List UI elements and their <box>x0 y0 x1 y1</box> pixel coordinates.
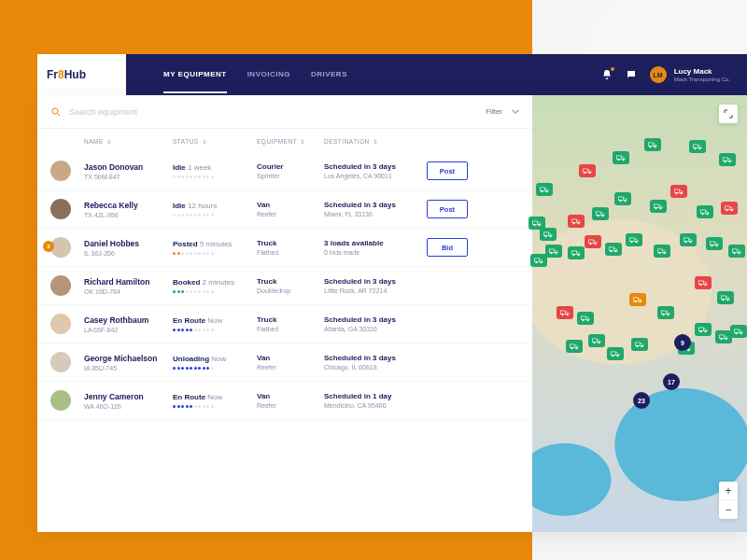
svg-point-0 <box>52 108 58 114</box>
map-pin[interactable] <box>613 151 629 164</box>
svg-point-12 <box>650 146 652 147</box>
map-pin[interactable] <box>585 235 601 248</box>
map-pin[interactable] <box>721 202 738 215</box>
zoom-out-button[interactable]: − <box>719 500 738 519</box>
driver-name: Jason Donovan <box>84 162 173 172</box>
map-pin[interactable] <box>689 140 706 153</box>
status-label: Idle 1 week <box>173 163 257 172</box>
svg-point-72 <box>712 245 713 246</box>
search-input[interactable] <box>69 107 486 117</box>
svg-point-39 <box>676 192 678 194</box>
map-pin[interactable] <box>568 215 585 228</box>
svg-point-90 <box>635 301 637 302</box>
user-menu[interactable]: LM Lucy Mack Mack Transporting Co. <box>650 66 730 83</box>
svg-point-75 <box>734 252 736 254</box>
map-pin[interactable] <box>697 205 713 218</box>
post-button[interactable]: Post <box>427 161 468 180</box>
map-pin[interactable] <box>728 245 745 258</box>
main-nav: MY EQUIPMENTINVOICINGDRIVERS <box>163 70 347 80</box>
map-pin[interactable] <box>568 246 585 259</box>
svg-point-115 <box>641 345 643 347</box>
svg-point-9 <box>618 159 620 161</box>
map-cluster[interactable]: 9 <box>674 334 691 351</box>
map-pin[interactable] <box>650 200 667 213</box>
equipment-sub: Sprinter <box>257 173 324 179</box>
map-pin[interactable] <box>670 185 687 198</box>
map-pin[interactable] <box>588 334 605 347</box>
map-pin[interactable] <box>680 233 697 246</box>
map-pin[interactable] <box>631 338 648 351</box>
destination-label: Mendicino, CA 95460 <box>324 402 427 409</box>
map-pin[interactable] <box>614 192 631 205</box>
svg-point-48 <box>536 261 538 263</box>
messages-icon[interactable] <box>626 69 637 80</box>
map-pin[interactable] <box>654 245 670 258</box>
driver-name: George Michaelson <box>84 354 173 363</box>
filter-dropdown[interactable]: Filter <box>486 107 519 116</box>
svg-point-6 <box>585 172 586 174</box>
map-pin[interactable] <box>644 138 661 151</box>
user-company: Mack Transporting Co. <box>674 77 730 82</box>
map-pin[interactable] <box>540 228 557 241</box>
map-pin[interactable] <box>579 164 596 177</box>
map-pin[interactable] <box>626 233 642 246</box>
col-name[interactable]: NAME <box>84 138 173 145</box>
map-pin[interactable] <box>557 306 573 319</box>
driver-avatar <box>50 237 71 258</box>
svg-point-45 <box>726 209 728 211</box>
logo: Fr8Hub <box>37 54 126 95</box>
map-pin[interactable] <box>577 312 594 325</box>
driver-name: Daniel Hobbes <box>84 239 173 248</box>
equipment-type: Van <box>257 392 324 400</box>
notifications-icon[interactable] <box>601 69 613 80</box>
svg-point-22 <box>539 224 541 226</box>
map-pin[interactable] <box>719 153 736 166</box>
svg-point-3 <box>542 190 543 192</box>
col-status[interactable]: STATUS <box>173 138 257 145</box>
table-row[interactable]: Rebecca KellyTX 42L-956Idle 12 hoursVanR… <box>37 190 532 229</box>
table-row[interactable]: Richard HamiltonOK 16D-784Booked 2 minut… <box>37 267 532 305</box>
map-cluster[interactable]: 23 <box>633 392 650 409</box>
map-pin[interactable] <box>566 340 583 353</box>
table-row[interactable]: Daniel HobbesIL 36J-206Posted 5 minutesT… <box>37 229 532 267</box>
nav-my-equipment[interactable]: MY EQUIPMENT <box>163 70 227 93</box>
map-cluster[interactable]: 17 <box>663 373 680 390</box>
col-destination[interactable]: DESTINATION <box>324 138 427 145</box>
progress-dots <box>173 329 257 331</box>
svg-point-76 <box>739 252 740 254</box>
map-pin[interactable] <box>536 183 553 196</box>
expand-map-button[interactable] <box>719 105 738 123</box>
map-pin[interactable] <box>545 245 562 258</box>
map-pin[interactable] <box>592 207 609 220</box>
map-pin[interactable] <box>607 347 624 360</box>
col-equipment[interactable]: EQUIPMENT <box>257 138 324 145</box>
nav-invoicing[interactable]: INVOICING <box>247 70 290 93</box>
map-pin[interactable] <box>706 237 723 250</box>
status-label: Idle 12 hours <box>173 202 257 210</box>
map-pin[interactable] <box>695 276 712 289</box>
map-panel[interactable]: 91723 + − <box>532 95 747 532</box>
table-row[interactable]: Jason DonovanTX 56M-847Idle 1 weekCourie… <box>37 152 532 190</box>
table-row[interactable]: George MichaelsonIA 85U-745Unloading Now… <box>37 343 532 382</box>
map-pin[interactable] <box>695 323 712 336</box>
table-row[interactable]: Jenny CameronWA 46O-126En Route NowVanRe… <box>37 382 532 420</box>
table-row[interactable]: Casey RothbaumLA 65F-842En Route NowTruc… <box>37 305 532 343</box>
map-pin[interactable] <box>629 293 646 306</box>
svg-line-1 <box>58 113 61 116</box>
svg-point-55 <box>578 254 580 256</box>
driver-name: Richard Hamilton <box>84 277 173 287</box>
bid-button[interactable]: Bid <box>427 238 468 257</box>
zoom-in-button[interactable]: + <box>719 482 738 500</box>
map-pin[interactable] <box>717 291 734 304</box>
schedule-label: Scheduled in 1 day <box>324 392 427 400</box>
svg-point-31 <box>602 215 604 217</box>
equipment-sub: Flatbed <box>257 326 324 332</box>
nav-drivers[interactable]: DRIVERS <box>311 70 347 93</box>
svg-point-88 <box>587 319 589 321</box>
post-button[interactable]: Post <box>427 200 468 218</box>
svg-point-79 <box>705 284 707 286</box>
svg-point-51 <box>551 252 553 254</box>
map-pin[interactable] <box>605 243 622 256</box>
map-pin[interactable] <box>657 306 674 319</box>
map-pin[interactable] <box>730 325 747 338</box>
